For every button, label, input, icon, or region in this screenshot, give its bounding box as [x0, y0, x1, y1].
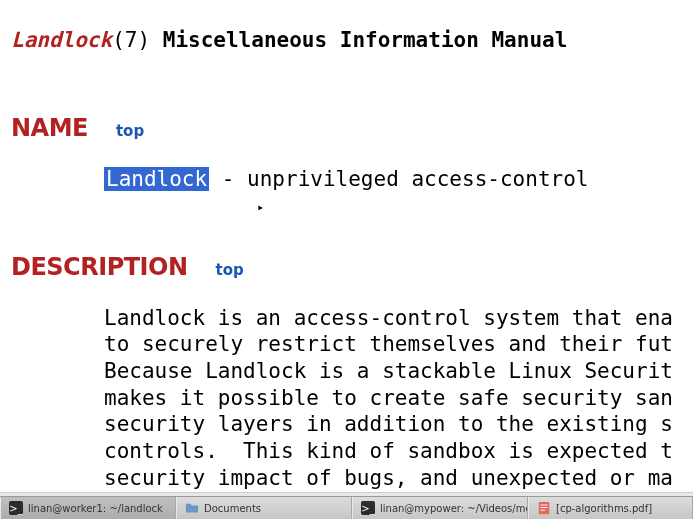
taskbar-label: linan@worker1: ~/landlock [28, 503, 163, 514]
heading-description: DESCRIPTION [11, 253, 188, 281]
folder-icon [185, 501, 199, 515]
taskbar-item-documents[interactable]: Documents [176, 497, 352, 519]
name-body: Landlock - unprivileged access-control [11, 166, 693, 193]
taskbar-item-terminal-2[interactable]: >_ linan@mypower: ~/Videos/movies/... [352, 497, 528, 519]
manual-name: Miscellaneous Information Manual [163, 28, 568, 52]
taskbar-item-terminal-1[interactable]: >_ linan@worker1: ~/landlock [0, 497, 176, 519]
taskbar-label: linan@mypower: ~/Videos/movies/... [380, 503, 528, 514]
taskbar-item-pdf[interactable]: [cp-algorithms.pdf] [528, 497, 693, 519]
svg-rect-2 [541, 507, 548, 508]
description-body: Landlock is an access-control system tha… [11, 305, 693, 492]
pdf-icon [537, 501, 551, 515]
taskbar: >_ linan@worker1: ~/landlock Documents >… [0, 496, 693, 519]
svg-rect-3 [541, 510, 545, 511]
terminal-icon: >_ [9, 501, 23, 515]
mouse-cursor-icon: ▸ [257, 200, 264, 214]
taskbar-label: [cp-algorithms.pdf] [556, 503, 652, 514]
top-link-name[interactable]: top [116, 122, 144, 140]
manpage-content: Landlock(7) Miscellaneous Information Ma… [0, 0, 693, 496]
selected-text[interactable]: Landlock [104, 167, 209, 191]
svg-rect-1 [541, 505, 548, 506]
manpage-title: Landlock [11, 28, 112, 52]
section-description-heading: DESCRIPTION top [11, 253, 693, 281]
manpage-header: Landlock(7) Miscellaneous Information Ma… [11, 28, 693, 52]
top-link-description[interactable]: top [216, 261, 244, 279]
section-name-heading: NAME top [11, 114, 693, 142]
taskbar-label: Documents [204, 503, 261, 514]
heading-name: NAME [11, 114, 88, 142]
manpage-section-num: (7) [112, 28, 150, 52]
name-rest: - unprivileged access-control [209, 167, 588, 191]
terminal-icon: >_ [361, 501, 375, 515]
